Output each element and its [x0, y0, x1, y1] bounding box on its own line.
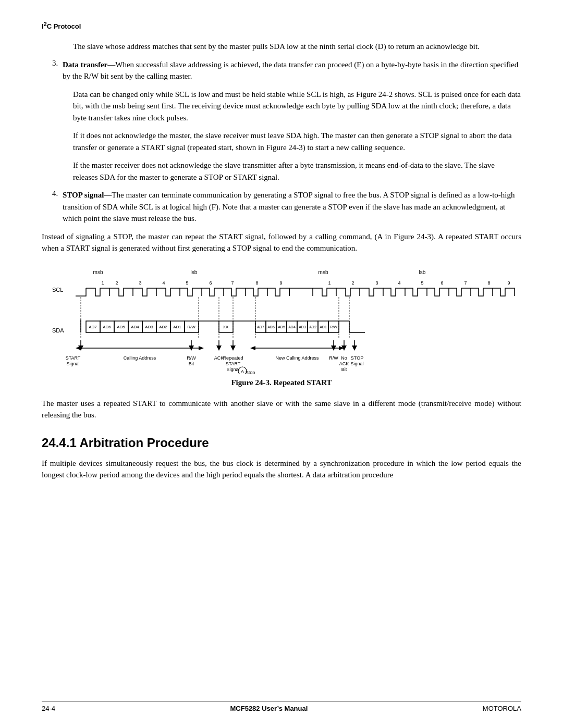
- pulse-num-3: 3: [139, 280, 141, 286]
- sda-label2-rw: R/W: [330, 325, 337, 329]
- label-stop-bottom: Stop: [246, 370, 255, 374]
- sda-label2-ad4: AD4: [288, 325, 296, 329]
- stop-signal-para: STOP signal—The master can terminate com…: [63, 189, 521, 225]
- sda-label2-ad3: AD3: [299, 325, 306, 329]
- calling-addr-right-arrow: [199, 346, 204, 350]
- figure-24-3: SCL SDA msb lsb msb lsb: [42, 265, 521, 387]
- scl-label: SCL: [52, 287, 63, 293]
- sda-label-ad6: AD6: [103, 325, 111, 329]
- sda-label: SDA: [52, 327, 64, 334]
- label-new-calling-address: New Calling Address: [275, 355, 319, 361]
- sda-label-rw1: R/W: [187, 325, 195, 329]
- label-stop-signal2: Signal: [350, 361, 363, 366]
- pulse-num-9a: 9: [279, 280, 282, 286]
- label-rep-start3: Signal: [226, 367, 239, 372]
- scl-pulses-second: [313, 288, 515, 296]
- label-start-signal: START: [66, 355, 81, 361]
- main-content: The slave whose address matches that sen…: [42, 41, 521, 481]
- header-superscript: 2: [44, 21, 47, 27]
- pulse-num-s7: 7: [464, 280, 467, 286]
- sda-label-ad1: AD1: [173, 325, 181, 329]
- msb-label2: msb: [319, 269, 328, 275]
- arrow-rep-start-head: [230, 346, 236, 351]
- figure-svg-container: SCL SDA msb lsb msb lsb: [42, 265, 521, 374]
- item-heading: Data transfer: [63, 60, 107, 69]
- label-calling-address: Calling Address: [124, 355, 156, 361]
- lsb-label2: lsb: [419, 269, 426, 275]
- page-footer: 24-4 MCF5282 User’s Manual MOTOROLA: [42, 701, 521, 712]
- pulse-num-5: 5: [186, 280, 188, 286]
- timing-diagram-svg: SCL SDA msb lsb msb lsb: [47, 265, 516, 374]
- sda-label-ad3: AD3: [145, 325, 153, 329]
- scl-flat-middle: [289, 288, 313, 296]
- after-figure-para: The master uses a repeated START to comm…: [42, 398, 521, 421]
- pulse-num-4: 4: [162, 280, 165, 286]
- circle-a-label: A: [241, 369, 244, 374]
- label-ack: ACK: [214, 355, 224, 361]
- arrow-ack-head: [216, 346, 222, 351]
- item-heading-para: Data transfer—When successful slave addr…: [63, 59, 521, 82]
- sda-label2-ad2: AD2: [309, 325, 316, 329]
- label-rep-start: Repeated: [223, 355, 243, 361]
- section-heading: 24.4.1 Arbitration Procedure: [42, 436, 521, 450]
- sda-label-ad5: AD5: [117, 325, 125, 329]
- pulse-num-s5: 5: [421, 280, 423, 286]
- label-rep-start2: START: [226, 361, 241, 366]
- pulse-num-s3: 3: [375, 280, 378, 286]
- item-number: 3.: [42, 59, 63, 82]
- item-number: 4.: [42, 189, 63, 225]
- pulse-num-s1: 1: [328, 280, 331, 286]
- footer-center: MCF5282 User’s Manual: [230, 705, 308, 712]
- page-header: I2C Protocol: [42, 21, 521, 30]
- pulse-num-s2: 2: [351, 280, 354, 286]
- sda-label-ad2: AD2: [159, 325, 167, 329]
- page: I2C Protocol The slave whose address mat…: [0, 0, 563, 728]
- label-rw-bit2: Bit: [189, 361, 194, 366]
- slave-para: The slave whose address matches that sen…: [73, 41, 521, 53]
- figure-caption: Figure 24-3. Repeated START: [42, 378, 521, 387]
- sda-label-ad4: AD4: [131, 325, 139, 329]
- list-item: 3. Data transfer—When successful slave a…: [42, 59, 521, 82]
- new-calling-addr-left-arrow: [250, 346, 255, 350]
- label-no-ack2: ACK: [339, 361, 349, 366]
- label-rw-bit: R/W: [187, 355, 196, 361]
- sda-label2-ad7: AD7: [257, 325, 264, 329]
- sda-label-ad7: AD7: [89, 325, 97, 329]
- pulse-num-s8: 8: [487, 280, 490, 286]
- stop-signal-heading: STOP signal: [63, 191, 104, 199]
- section-number: 24.4.1: [42, 436, 77, 450]
- label-no-ack3: Bit: [341, 367, 347, 372]
- data-transfer-sub2: If it does not acknowledge the master, t…: [73, 130, 521, 153]
- data-transfer-sub3: If the master receiver does not acknowle…: [73, 159, 521, 183]
- label-start-signal2: Signal: [66, 361, 79, 366]
- msb-label1: msb: [93, 269, 103, 275]
- calling-addr-left-arrow: [76, 346, 81, 350]
- pulse-num-s9: 9: [507, 280, 510, 286]
- pulse-num-2: 2: [115, 280, 118, 286]
- pulse-num-s4: 4: [398, 280, 400, 286]
- sda-label2-ad5: AD5: [278, 325, 285, 329]
- label-rw2: R/W: [329, 355, 338, 361]
- arrow-stop-head: [352, 346, 357, 351]
- pulse-num-6: 6: [209, 280, 212, 286]
- list-item: 4. STOP signal—The master can terminate …: [42, 189, 521, 225]
- repeated-start-para: Instead of signaling a STOP, the master …: [42, 231, 521, 254]
- lsb-label1: lsb: [191, 269, 198, 275]
- item-content: STOP signal—The master can terminate com…: [63, 189, 521, 225]
- section-title: Arbitration Procedure: [80, 436, 209, 450]
- pulse-num-8: 8: [255, 280, 258, 286]
- label-no-ack: No: [341, 355, 347, 361]
- scl-wave-start: [76, 288, 86, 296]
- label-stop-signal: STOP: [351, 355, 363, 361]
- header-title: I2C Protocol: [42, 22, 81, 30]
- pulse-num-7: 7: [231, 280, 234, 286]
- footer-right: MOTOROLA: [483, 705, 521, 712]
- sda-label2-ad6: AD6: [267, 325, 275, 329]
- data-transfer-sub1: Data can be changed only while SCL is lo…: [73, 89, 521, 124]
- scl-pulses-first: [86, 288, 289, 296]
- item-content: Data transfer—When successful slave addr…: [63, 59, 521, 82]
- sda-label2-ad1: AD1: [320, 325, 327, 329]
- section-para: If multiple devices simultaneously reque…: [42, 458, 521, 481]
- sda-label-xx: XX: [223, 325, 229, 329]
- pulse-num-1: 1: [101, 280, 104, 286]
